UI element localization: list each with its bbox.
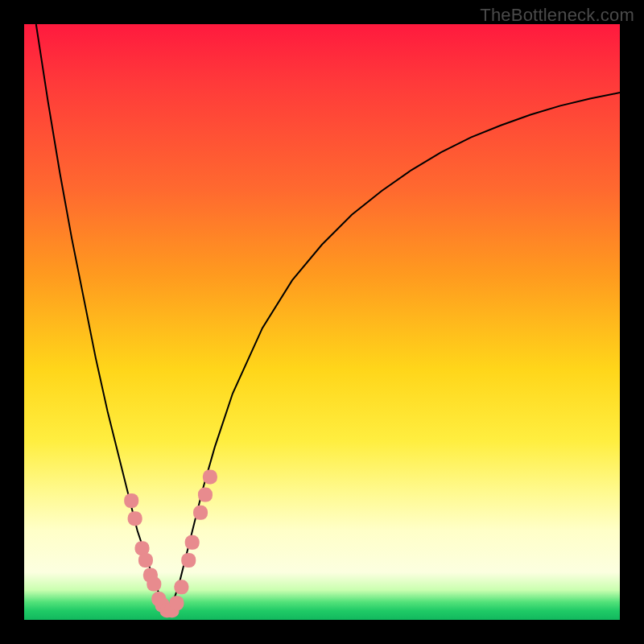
data-marker — [193, 506, 208, 520]
data-marker — [203, 469, 217, 484]
data-marker — [147, 577, 161, 592]
curve-right-branch — [167, 93, 620, 611]
marker-group — [124, 469, 217, 617]
data-marker — [169, 596, 184, 610]
data-marker — [128, 511, 142, 526]
data-marker — [181, 553, 196, 568]
chart-frame: TheBottleneck.com — [0, 0, 644, 644]
data-marker — [138, 553, 153, 568]
chart-svg — [24, 24, 620, 620]
data-marker — [185, 535, 200, 550]
data-marker — [174, 580, 188, 594]
plot-area — [24, 24, 620, 620]
data-marker — [198, 488, 213, 502]
curve-left-branch — [36, 24, 167, 611]
data-marker — [124, 493, 138, 508]
watermark-text: TheBottleneck.com — [480, 5, 634, 26]
